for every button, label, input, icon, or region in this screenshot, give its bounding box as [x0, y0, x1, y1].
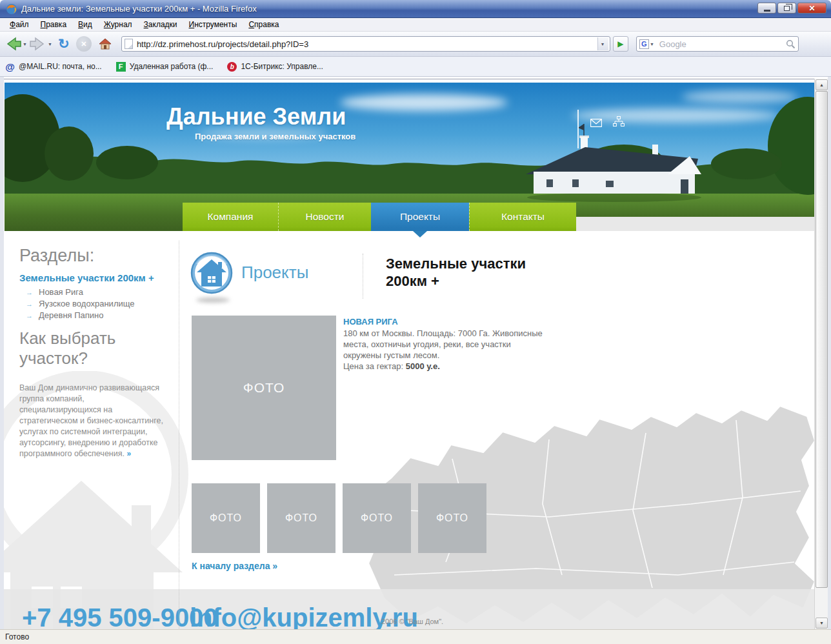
- menu-file[interactable]: Файл: [4, 19, 35, 30]
- howto-paragraph: Ваш Дом динамично развивающаяся группа к…: [19, 383, 163, 458]
- close-icon: ✕: [808, 4, 815, 13]
- back-dropdown-icon[interactable]: ▼: [23, 42, 27, 46]
- back-icon: [4, 35, 22, 52]
- photo-label: ФОТО: [436, 512, 468, 524]
- arrow-icon: →: [26, 300, 33, 308]
- reload-button[interactable]: ↻: [54, 34, 74, 54]
- forward-icon: [29, 35, 47, 52]
- bookmark-freelance[interactable]: F Удаленная работа (ф...: [116, 62, 214, 72]
- thumbnail-photo[interactable]: ФОТО: [192, 483, 260, 553]
- minimize-icon: [764, 10, 770, 12]
- scroll-down-icon: ▼: [819, 621, 824, 625]
- close-button[interactable]: ✕: [797, 3, 826, 14]
- photo-label: ФОТО: [361, 512, 393, 524]
- project-price: Цена за гектар: 5000 у.е.: [343, 361, 550, 372]
- nav-tab-projects[interactable]: Проекты: [371, 203, 469, 231]
- more-link[interactable]: »: [126, 449, 130, 458]
- status-bar: Готово: [0, 629, 831, 644]
- active-tab-pointer: [413, 231, 427, 237]
- sidebar-item-papino[interactable]: → Деревня Папино: [26, 310, 135, 322]
- nav-tab-contacts[interactable]: Контакты: [469, 203, 576, 231]
- bitrix-icon: b: [227, 62, 237, 72]
- status-text: Готово: [5, 632, 29, 641]
- url-input[interactable]: [137, 39, 597, 49]
- photo-label: ФОТО: [210, 512, 242, 524]
- back-to-section-link[interactable]: К началу раздела »: [192, 561, 277, 571]
- icon-shadow: [196, 297, 230, 303]
- thumbnail-photo[interactable]: ФОТО: [418, 483, 486, 553]
- arrow-icon: →: [26, 288, 33, 296]
- site-logo: Дальние Земли: [166, 103, 346, 130]
- photo-label: ФОТО: [285, 512, 317, 524]
- engine-dropdown-icon[interactable]: ▼: [650, 42, 654, 46]
- header-gray-strip: [576, 217, 814, 231]
- search-icon[interactable]: [786, 39, 796, 49]
- search-input[interactable]: [659, 39, 786, 49]
- menu-tools[interactable]: Инструменты: [183, 19, 243, 30]
- menu-history[interactable]: Журнал: [98, 19, 138, 30]
- scrollbar-thumb[interactable]: [816, 91, 828, 588]
- bookmark-bitrix[interactable]: b 1С-Битрикс: Управле...: [227, 62, 323, 72]
- footer-email[interactable]: info@kupizemly.ru: [190, 603, 418, 629]
- sidebar-sections-title: Разделы:: [19, 246, 94, 266]
- main-navigation: Компания Новости Проекты Контакты: [183, 203, 576, 231]
- freelance-icon: F: [116, 62, 126, 72]
- nav-tab-company[interactable]: Компания: [183, 203, 278, 231]
- go-button[interactable]: ▶: [613, 36, 628, 52]
- window-titlebar: Дальние земли: Земельные участки 200км +…: [0, 0, 831, 18]
- window-title: Дальние земли: Земельные участки 200км +…: [21, 4, 257, 14]
- reload-icon: ↻: [54, 36, 74, 52]
- home-button[interactable]: [98, 37, 112, 51]
- price-value: 5000 у.е.: [406, 361, 440, 371]
- sidebar-item-label: Новая Рига: [39, 287, 83, 297]
- forward-dropdown-icon[interactable]: ▼: [48, 42, 52, 46]
- scroll-down-button[interactable]: ▼: [816, 618, 828, 629]
- section-heading: Проекты: [241, 263, 308, 283]
- sidebar-divider: [179, 241, 179, 629]
- page-title: Земельные участки 200км +: [386, 255, 555, 290]
- thumbnail-photo[interactable]: ФОТО: [267, 483, 335, 553]
- sidebar-item-yauzskoe[interactable]: → Яузское водохранилище: [26, 299, 135, 310]
- project-description: 180 км от Москвы. Площадь: 7000 Га. Живо…: [343, 328, 550, 361]
- back-button[interactable]: [4, 34, 22, 54]
- photo-label: ФОТО: [243, 380, 285, 396]
- menu-bookmarks[interactable]: Закладки: [138, 19, 183, 30]
- forward-button[interactable]: [29, 34, 47, 54]
- window-frame-right: [828, 77, 831, 629]
- vertical-scrollbar[interactable]: ▲ ▼: [814, 79, 828, 629]
- arrow-icon: →: [26, 312, 33, 319]
- mailru-icon: @: [5, 62, 15, 72]
- url-dropdown-icon: ▼: [600, 42, 605, 46]
- search-box: G ▼: [636, 36, 799, 52]
- stop-button[interactable]: ✕: [76, 36, 92, 52]
- bookmark-label: Удаленная работа (ф...: [130, 62, 214, 71]
- heading-divider: [363, 254, 363, 299]
- hero-divider: [577, 110, 579, 148]
- menu-view[interactable]: Вид: [72, 19, 98, 30]
- sidebar-item-novaya-riga[interactable]: → Новая Рига: [26, 287, 135, 299]
- price-label: Цена за гектар:: [343, 361, 406, 371]
- project-info: НОВАЯ РИГА 180 км от Москвы. Площадь: 70…: [343, 317, 550, 372]
- nav-tab-news[interactable]: Новости: [278, 203, 371, 231]
- restore-button[interactable]: [777, 3, 796, 14]
- projects-section-icon: [190, 251, 234, 295]
- sidebar-section-link[interactable]: Земельные участки 200км +: [19, 272, 154, 283]
- sitemap-icon[interactable]: [613, 116, 625, 127]
- mail-icon[interactable]: [590, 119, 602, 127]
- url-history-button[interactable]: ▼: [597, 37, 608, 50]
- thumbnail-photo[interactable]: ФОТО: [343, 483, 411, 553]
- google-engine-icon[interactable]: G: [639, 39, 649, 49]
- footer-copyright: 2006 © "Ваш Дом".: [381, 618, 443, 625]
- minimize-button[interactable]: [757, 3, 776, 14]
- project-name-link[interactable]: НОВАЯ РИГА: [343, 317, 550, 327]
- navigation-toolbar: ▼ ▼ ↻ ✕ ▼ ▶ G ▼: [0, 32, 831, 57]
- menu-help[interactable]: Справка: [243, 19, 285, 30]
- menu-bar: Файл Правка Вид Журнал Закладки Инструме…: [0, 18, 831, 32]
- bookmark-mailru[interactable]: @ @MAIL.RU: почта, но...: [5, 62, 102, 72]
- sidebar-howto-text: Ваш Дом динамично развивающаяся группа к…: [19, 383, 164, 459]
- project-photo-placeholder[interactable]: ФОТО: [192, 316, 336, 460]
- menu-edit[interactable]: Правка: [35, 19, 73, 30]
- stop-icon: ✕: [81, 40, 86, 48]
- scroll-up-icon: ▲: [819, 83, 824, 87]
- scroll-up-button[interactable]: ▲: [816, 79, 828, 90]
